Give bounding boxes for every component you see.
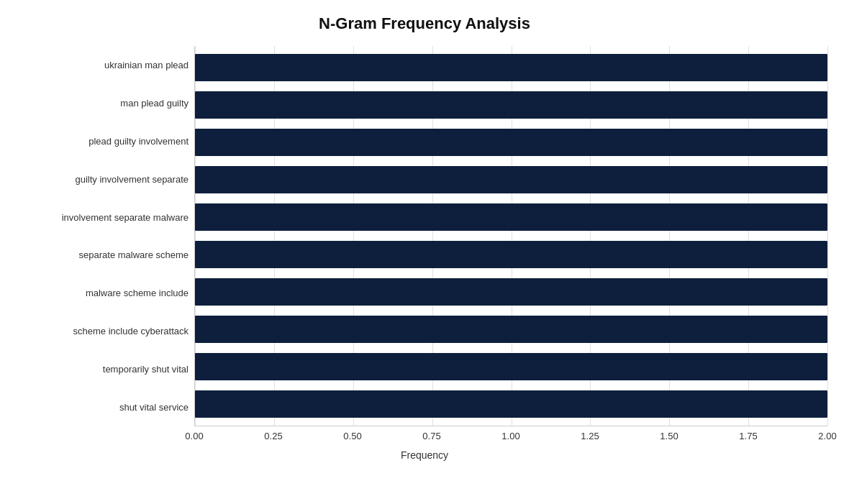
- x-tick-label: 1.25: [581, 431, 599, 441]
- bar: [195, 353, 827, 380]
- x-tick-label: 1.00: [501, 431, 519, 441]
- bar-row: [195, 198, 827, 236]
- x-tick-label: 0.00: [185, 431, 203, 441]
- bar-row: [195, 124, 827, 161]
- bars-section: [194, 46, 827, 426]
- bar: [195, 316, 827, 343]
- x-tick-label: 1.50: [660, 431, 678, 441]
- bar: [195, 54, 827, 81]
- x-axis-labels: 0.000.250.500.751.001.251.501.752.00: [22, 431, 827, 445]
- bar-row: [195, 348, 827, 385]
- bar: [195, 278, 827, 306]
- bar: [195, 91, 827, 119]
- x-tick-label: 0.25: [264, 431, 282, 441]
- y-label: scheme include cyberattack: [22, 312, 189, 350]
- bar-row: [195, 236, 827, 273]
- x-tick-label: 2.00: [818, 431, 836, 441]
- chart-container: N-Gram Frequency Analysis ukrainian man …: [0, 0, 849, 504]
- chart-title: N-Gram Frequency Analysis: [319, 14, 530, 33]
- y-label: shut vital service: [22, 388, 189, 426]
- chart-area: ukrainian man pleadman plead guiltyplead…: [22, 46, 827, 461]
- y-label: guilty involvement separate: [22, 160, 189, 198]
- bar-row: [195, 161, 827, 198]
- y-label: ukrainian man plead: [22, 46, 189, 84]
- y-labels: ukrainian man pleadman plead guiltyplead…: [22, 46, 194, 426]
- y-label: plead guilty involvement: [22, 122, 189, 160]
- x-tick-label: 0.50: [343, 431, 361, 441]
- bar: [195, 203, 827, 231]
- x-axis-title: Frequency: [22, 449, 827, 461]
- bar: [195, 241, 827, 268]
- bar-rows: [195, 46, 827, 426]
- bar-row: [195, 273, 827, 311]
- x-tick-label: 1.75: [739, 431, 757, 441]
- bar-row: [195, 86, 827, 124]
- bar-row: [195, 49, 827, 86]
- grid-line: [827, 46, 828, 426]
- y-label: temporarily shut vital: [22, 350, 189, 388]
- y-label: involvement separate malware: [22, 198, 189, 237]
- y-label: malware scheme include: [22, 274, 189, 312]
- bar: [195, 129, 827, 156]
- y-label: man plead guilty: [22, 84, 189, 122]
- bar-row: [195, 311, 827, 348]
- bar-row: [195, 385, 827, 423]
- grid-and-bars: ukrainian man pleadman plead guiltyplead…: [22, 46, 827, 426]
- x-tick-label: 0.75: [422, 431, 440, 441]
- bar: [195, 166, 827, 193]
- y-label: separate malware scheme: [22, 237, 189, 275]
- bar: [195, 390, 827, 418]
